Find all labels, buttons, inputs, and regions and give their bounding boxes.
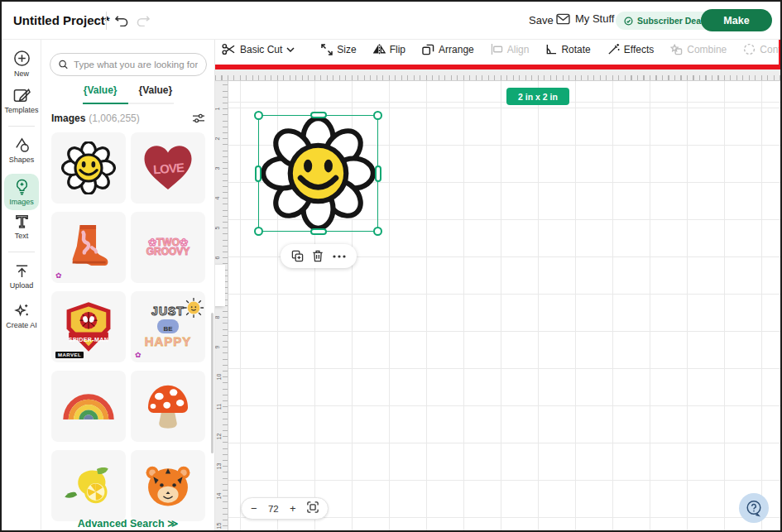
sidebar-item-templates[interactable]: Templates <box>4 88 39 114</box>
image-tile-tiger[interactable] <box>131 450 205 521</box>
resize-handle-right[interactable] <box>375 165 381 182</box>
image-tile-mushroom[interactable] <box>131 371 205 442</box>
sidebar-item-create-ai[interactable]: Create AI <box>4 303 39 329</box>
delete-button[interactable] <box>312 250 324 262</box>
upload-icon <box>14 263 30 279</box>
sidebar-item-shapes[interactable]: Shapes <box>4 137 39 164</box>
image-tile-cowboy-boot[interactable]: ✿ <box>51 212 126 283</box>
search-input[interactable] <box>74 60 198 69</box>
combine-label: Combine <box>687 44 727 55</box>
image-tile-spider-man[interactable]: SPIDER-MAN MARVEL <box>51 291 126 362</box>
size-button[interactable]: Size <box>321 44 356 55</box>
premium-flower-badge: ✿ <box>135 352 142 359</box>
rotate-button[interactable]: Rotate <box>545 44 590 55</box>
tab-2[interactable]: {Value} <box>139 84 173 103</box>
tab-1[interactable]: {Value} <box>84 84 118 103</box>
ruler-v-number: 2 <box>214 137 220 141</box>
ruler-v-number: 4 <box>214 197 220 200</box>
ruler-v-number: 14 <box>216 493 222 500</box>
project-title: Untitled Project* <box>13 13 110 27</box>
sidebar-item-new[interactable]: New <box>4 50 39 78</box>
contour-button[interactable]: Contour <box>743 43 782 55</box>
sidebar-item-images[interactable]: Images <box>4 174 39 210</box>
size-label: Size <box>337 44 356 55</box>
design-canvas[interactable]: 01234567891011121314151617 0123456789101… <box>215 40 782 532</box>
groovy-text: GROOVY <box>146 246 190 257</box>
image-results-grid: LOVE ✿ ✿TWO✿ GROOVY <box>51 132 205 521</box>
more-options-button[interactable] <box>333 255 346 258</box>
image-tile-love-heart[interactable]: LOVE <box>131 132 205 204</box>
tab-underline <box>83 103 174 104</box>
selection-bounding-box[interactable] <box>258 115 378 232</box>
resize-handle-bottom[interactable] <box>310 228 327 235</box>
zoom-in-button[interactable]: + <box>290 502 296 515</box>
ruler-v-number: 13 <box>216 463 222 470</box>
combine-icon <box>670 44 683 55</box>
zoom-controls: − 72 + <box>241 497 329 520</box>
zoom-out-button[interactable]: − <box>251 502 257 515</box>
resize-handle-left[interactable] <box>255 165 261 182</box>
resize-handle-top[interactable] <box>310 112 327 118</box>
ruler-v-number: 10 <box>216 374 222 381</box>
lightbulb-icon <box>14 179 30 195</box>
image-tile-just-be-happy[interactable]: JUST BE HAPPY ✿ <box>131 291 205 362</box>
arrange-button[interactable]: Arrange <box>422 44 474 55</box>
make-button[interactable]: Make <box>701 9 772 31</box>
flip-label: Flip <box>390 44 405 55</box>
duplicate-button[interactable] <box>291 250 304 262</box>
shapes-icon <box>13 137 31 153</box>
text-icon <box>14 213 30 229</box>
marvel-badge: MARVEL <box>55 352 84 358</box>
left-navigation-rail: New Templates Shapes Images Text Upload … <box>2 40 41 532</box>
image-tile-rainbow[interactable] <box>51 371 126 442</box>
arrange-icon <box>422 44 434 55</box>
sidebar-item-text[interactable]: Text <box>4 213 39 240</box>
sidebar-item-upload[interactable]: Upload <box>4 263 39 290</box>
resize-handle-bottom-right[interactable] <box>373 227 382 236</box>
image-tile-lemon[interactable] <box>51 450 126 521</box>
undo-icon <box>114 15 129 26</box>
results-count: (1,006,255) <box>89 113 139 124</box>
flip-icon <box>373 44 386 55</box>
double-chevron-icon: ≫ <box>167 518 178 530</box>
filter-sliders-icon <box>192 113 205 124</box>
arrange-label: Arrange <box>439 44 474 55</box>
redo-button[interactable] <box>134 12 152 30</box>
image-tile-two-groovy[interactable]: ✿TWO✿ GROOVY <box>131 212 205 283</box>
resize-handle-top-right[interactable] <box>373 111 382 120</box>
undo-button[interactable] <box>113 12 131 30</box>
operation-type-value: Basic Cut <box>240 44 282 55</box>
deals-tag-icon <box>624 17 633 26</box>
image-tile-daisy-smiley[interactable] <box>51 132 126 204</box>
effects-button[interactable]: Effects <box>607 43 654 55</box>
template-icon <box>13 88 31 103</box>
magic-wand-icon <box>607 43 620 55</box>
images-panel: {Value} {Value} Images (1,006,255) <box>41 40 215 532</box>
love-text: LOVE <box>152 160 184 176</box>
panel-scrollbar[interactable] <box>211 313 213 453</box>
my-stuff-button[interactable]: My Stuff <box>556 12 614 25</box>
ruler-v-number: 9 <box>214 346 220 349</box>
operation-type-dropdown[interactable]: Basic Cut <box>222 43 295 55</box>
help-button[interactable] <box>739 493 769 523</box>
combine-button[interactable]: Combine <box>670 44 727 55</box>
advanced-search-link[interactable]: Advanced Search ≫ <box>41 517 214 530</box>
spider-man-text: SPIDER-MAN <box>69 337 108 343</box>
panel-tabs: {Value} {Value} <box>41 84 214 103</box>
fit-to-screen-button[interactable] <box>307 501 319 515</box>
flip-button[interactable]: Flip <box>373 44 405 55</box>
search-bar[interactable] <box>50 53 207 76</box>
results-header: Images (1,006,255) <box>51 113 205 124</box>
align-button[interactable]: Align <box>491 44 530 55</box>
zoom-level-value: 72 <box>268 504 279 514</box>
app-window: 01234567891011121314151617 0123456789101… <box>0 0 782 532</box>
resize-handle-bottom-left[interactable] <box>254 227 263 236</box>
resize-handle-top-left[interactable] <box>254 111 263 120</box>
filter-button[interactable] <box>192 113 205 124</box>
ruler-v-number: 12 <box>216 434 222 440</box>
sparkles-icon <box>13 303 30 319</box>
contour-label: Contour <box>760 44 782 55</box>
happy-text: HAPPY <box>145 334 192 348</box>
selection-context-toolbar <box>281 244 357 268</box>
save-button[interactable]: Save <box>529 14 554 26</box>
